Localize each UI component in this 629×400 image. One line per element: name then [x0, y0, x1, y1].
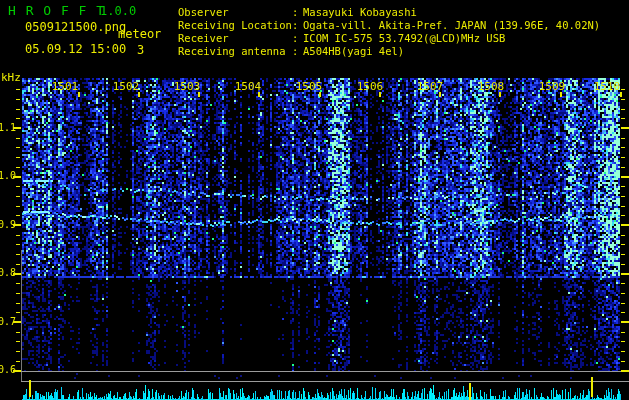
info-row-location: Receiving Location:Ogata-vill. Akita-Pre… — [178, 19, 600, 32]
meteor-count: 3 — [137, 43, 144, 57]
freq-tick-label: 0.9 — [0, 219, 14, 230]
info-row-observer: Observer:Masayuki Kobayashi — [178, 6, 417, 19]
app-version: 1.0.0 — [100, 4, 136, 18]
freq-tick-label: 0.7 — [0, 316, 14, 327]
time-tick-label: 1504 — [234, 80, 262, 93]
info-value: Masayuki Kobayashi — [303, 6, 417, 18]
datetime-stamp: 05.09.12 15:00 — [25, 42, 126, 56]
info-value: Ogata-vill. Akita-Pref. JAPAN (139.96E, … — [303, 19, 600, 31]
freq-tick-label: 0.8 — [0, 267, 14, 278]
info-label: Receiving antenna — [178, 45, 292, 57]
meteor-mode-label: meteor — [118, 27, 161, 41]
y-axis-unit-label: kHz — [1, 71, 21, 84]
time-tick-label: 1502 — [112, 80, 140, 93]
time-tick-label: 1506 — [356, 80, 384, 93]
hrofft-screen: H R O F F T 1.0.0 0509121500.png meteor … — [0, 0, 629, 400]
time-tick-label: 1509 — [538, 80, 566, 93]
time-tick-label: 1510 — [593, 80, 621, 93]
info-value: ICOM IC-575 53.7492(@LCD)MHz USB — [303, 32, 505, 44]
app-title: H R O F F T — [8, 3, 105, 18]
separator: : — [292, 32, 303, 44]
info-row-receiver: Receiver:ICOM IC-575 53.7492(@LCD)MHz US… — [178, 32, 505, 45]
time-tick-label: 1505 — [295, 80, 323, 93]
time-tick-label: 1503 — [173, 80, 201, 93]
time-tick-label: 1501 — [51, 80, 79, 93]
time-tick-label: 1508 — [477, 80, 505, 93]
freq-tick-label: 1.0 — [0, 170, 14, 181]
info-label: Observer — [178, 6, 292, 18]
spectrogram-canvas — [0, 0, 629, 400]
separator: : — [292, 45, 303, 57]
time-tick-label: 1507 — [416, 80, 444, 93]
output-filename: 0509121500.png — [25, 20, 126, 34]
freq-tick-label: 1.1 — [0, 122, 14, 133]
info-row-antenna: Receiving antenna:A504HB(yagi 4el) — [178, 45, 404, 58]
separator: : — [292, 6, 303, 18]
info-value: A504HB(yagi 4el) — [303, 45, 404, 57]
separator: : — [292, 19, 303, 31]
info-label: Receiver — [178, 32, 292, 44]
info-label: Receiving Location — [178, 19, 292, 31]
freq-tick-label: 0.6 — [0, 364, 14, 375]
